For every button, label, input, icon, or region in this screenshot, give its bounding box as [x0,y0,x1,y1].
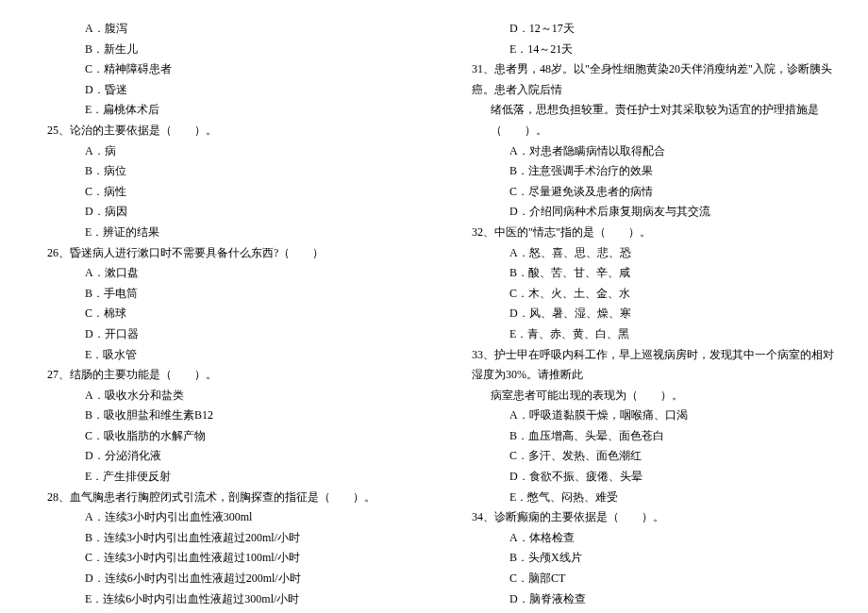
option: E．吸水管 [28,345,415,366]
option: B．连续3小时内引出血性液超过200ml/小时 [28,528,415,549]
option: B．头颅X线片 [453,548,840,569]
option: B．血压增高、头晕、面色苍白 [453,426,840,447]
option: D．昏迷 [28,80,415,101]
question-26: 26、昏迷病人进行漱口时不需要具备什么东西?（ ） [28,243,415,264]
question-27: 27、结肠的主要功能是（ ）。 [28,365,415,386]
option: E．扁桃体术后 [28,100,415,121]
option: A．体格检查 [453,528,840,549]
option: E．连续6小时内引出血性液超过300ml/小时 [28,589,415,610]
option: D．连续6小时内引出血性液超过200ml/小时 [28,569,415,589]
option: D．介绍同病种术后康复期病友与其交流 [453,202,840,223]
question-31-cont: 绪低落，思想负担较重。责任护士对其采取较为适宜的护理措施是（ ）。 [453,100,840,141]
option: E．辨证的结果 [28,223,415,243]
option: C．病性 [28,182,415,203]
option: A．病 [28,141,415,162]
option: B．手电筒 [28,284,415,305]
option: D．食欲不振、疲倦、头晕 [453,467,840,488]
option: E．病史和脑电图 [453,609,840,613]
option: E．产生排便反射 [28,467,415,488]
option: C．连续3小时内引出血性液超过100ml/小时 [28,548,415,569]
option: C．多汗、发热、面色潮红 [453,446,840,467]
option: C．木、火、土、金、水 [453,284,840,305]
option: C．棉球 [28,304,415,324]
option: A．腹泻 [28,19,415,40]
question-34: 34、诊断癫痫的主要依据是（ ）。 [453,507,840,528]
option: D．脑脊液检查 [453,589,840,610]
question-33: 33、护士甲在呼吸内科工作，早上巡视病房时，发现其中一个病室的相对湿度为30%。… [453,345,840,386]
option: B．酸、苦、甘、辛、咸 [453,263,840,284]
option: A．吸收水分和盐类 [28,386,415,406]
question-33-cont: 病室患者可能出现的表现为（ ）。 [453,386,840,406]
question-32: 32、中医的"情志"指的是（ ）。 [453,223,840,243]
question-29: 29、新生儿寒冷损伤综合征最突出的表（ ）。 [28,609,415,613]
option: C．吸收脂肪的水解产物 [28,426,415,447]
option: C．尽量避免谈及患者的病情 [453,182,840,203]
option: A．连续3小时内引出血性液300ml [28,507,415,528]
option: B．吸收胆盐和维生素B12 [28,406,415,426]
option: A．漱口盘 [28,263,415,284]
question-31: 31、患者男，48岁。以"全身性细胞黄染20天伴消瘦纳差"入院，诊断胰头癌。患者… [453,59,840,100]
option: B．病位 [28,161,415,182]
option: C．精神障碍患者 [28,59,415,80]
option: D．开口器 [28,324,415,345]
option: D．分泌消化液 [28,446,415,467]
option: E．14～21天 [453,40,840,60]
option: C．脑部CT [453,569,840,589]
option: A．对患者隐瞒病情以取得配合 [453,141,840,162]
option: A．怒、喜、思、悲、恐 [453,243,840,264]
option: A．呼吸道黏膜干燥，咽喉痛、口渴 [453,406,840,426]
option: D．病因 [28,202,415,223]
option: D．风、暑、湿、燥、寒 [453,304,840,324]
option: B．新生儿 [28,40,415,60]
question-28: 28、血气胸患者行胸腔闭式引流术，剖胸探查的指征是（ ）。 [28,488,415,508]
option: B．注意强调手术治疗的效果 [453,161,840,182]
option: E．憋气、闷热、难受 [453,488,840,508]
option: D．12～17天 [453,19,840,40]
option: E．青、赤、黄、白、黑 [453,324,840,345]
question-25: 25、论治的主要依据是（ ）。 [28,121,415,141]
